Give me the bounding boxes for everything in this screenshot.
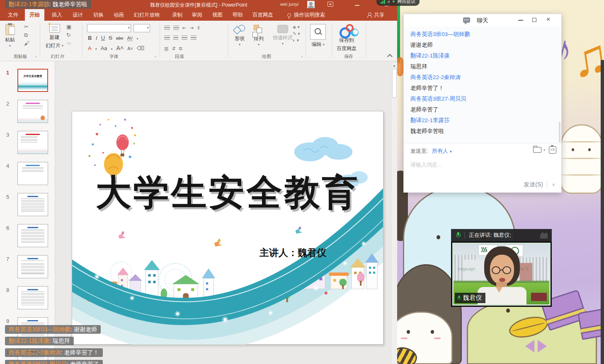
slide-thumbnail[interactable]: 7 <box>17 255 48 278</box>
slide-thumbnail[interactable]: 6 <box>17 224 48 247</box>
floating-chat-message: 商务英语22-2秦帅涛: 老师辛苦了！ <box>5 348 103 357</box>
ribbon-tab[interactable]: 切换 <box>89 9 108 21</box>
justify-icon[interactable] <box>191 36 196 40</box>
ribbon-tab[interactable]: 百度网盘 <box>248 9 278 21</box>
thumbnail-preview <box>17 100 48 123</box>
align-left-icon[interactable] <box>164 36 170 40</box>
character-spacing-button[interactable]: AV <box>127 36 133 41</box>
chat-header[interactable]: 聊天 × <box>404 14 561 27</box>
ribbon-tab[interactable]: 幻灯片放映 <box>129 9 165 21</box>
account-name[interactable]: wei junyi <box>280 2 298 7</box>
ribbon-tab[interactable]: 帮助 <box>228 9 247 21</box>
format-painter-icon[interactable]: 🖌 <box>24 41 29 46</box>
send-options-icon[interactable]: ˅ <box>552 183 555 187</box>
layout-icon[interactable]: ▣ <box>66 24 72 30</box>
align-right-icon[interactable] <box>182 36 187 40</box>
avatar[interactable] <box>307 1 315 8</box>
shrink-font-button[interactable]: A˅ <box>127 46 133 51</box>
meeting-status-pill[interactable]: × 腾讯会议 <box>376 0 420 6</box>
slide-thumbnail[interactable]: 3 <box>17 131 48 154</box>
music-note-decoration: ♫ <box>568 27 604 88</box>
ribbon-tab[interactable]: 录制 <box>167 9 187 21</box>
ribbon-tab[interactable]: 插入 <box>47 9 67 21</box>
ribbon-tab[interactable]: 设计 <box>68 9 87 21</box>
ribbon-display-options-icon[interactable] <box>327 2 333 7</box>
section-icon[interactable]: ≔ <box>66 41 72 46</box>
slide-presenter[interactable]: 主讲人：魏君仪 <box>260 246 326 259</box>
quick-styles-button[interactable]: 快速样式 ▾ <box>273 25 293 45</box>
close-icon[interactable]: × <box>388 0 390 4</box>
send-to-dropdown[interactable]: 所有人 <box>432 147 452 155</box>
line-spacing-icon[interactable]: ⇕ <box>196 25 200 31</box>
chevron-down-icon[interactable]: ▾ <box>543 148 545 152</box>
increase-indent-icon[interactable]: ⇥ <box>189 25 193 31</box>
announcement-icon[interactable]: 公告 <box>549 146 556 154</box>
minimize-button[interactable] <box>355 5 359 6</box>
send-button[interactable]: 发送(S) <box>524 181 543 188</box>
cut-icon[interactable]: ✂ <box>24 24 29 30</box>
new-slide-button[interactable]: 新建 幻灯片▾ <box>46 24 63 49</box>
change-case-button[interactable]: Aa <box>101 45 107 51</box>
chevron-down-icon: ▾ <box>282 43 284 45</box>
edit-button[interactable]: 编辑▾ <box>310 24 326 48</box>
clear-strike-button[interactable]: abc <box>116 36 124 41</box>
ribbon-tab[interactable]: 动画 <box>109 9 129 21</box>
italic-button[interactable]: I <box>95 35 97 41</box>
shapes-button[interactable]: 形状 ▾ <box>234 25 245 46</box>
slide-title[interactable]: 大学生安全教育 <box>72 169 383 217</box>
decrease-indent-icon[interactable]: ⇤ <box>182 25 186 31</box>
scrollbar-thumb[interactable] <box>392 69 397 98</box>
current-slide[interactable]: 大学生安全教育 主讲人：魏君仪 <box>72 111 383 345</box>
copy-icon[interactable]: ⧉ <box>24 32 29 38</box>
ribbon-tab[interactable]: 文件 <box>3 9 23 21</box>
chat-scrollbar-thumb[interactable] <box>559 122 560 142</box>
bullets-icon[interactable] <box>164 26 170 30</box>
dialog-launcher-icon[interactable]: ⌟ <box>301 53 303 58</box>
font-color-button[interactable]: A <box>88 45 92 51</box>
ribbon-tab[interactable]: 审阅 <box>187 9 207 21</box>
font-name-combo[interactable] <box>87 24 131 32</box>
text-direction-icon[interactable]: ⇵ <box>172 46 175 51</box>
scroll-up-icon[interactable]: ▲ <box>393 64 396 67</box>
folder-icon[interactable] <box>533 147 541 153</box>
grow-font-button[interactable]: A˄ <box>116 45 124 51</box>
columns-icon[interactable]: ▥ <box>164 46 168 51</box>
shape-effects-icon[interactable]: ◐ ▾ <box>293 38 300 43</box>
collapse-ribbon-icon[interactable] <box>387 54 393 59</box>
numbering-icon[interactable] <box>173 26 179 30</box>
vertical-scrollbar[interactable]: ▲ <box>391 62 397 364</box>
mouth <box>499 278 505 282</box>
reset-icon[interactable]: ↻ <box>66 32 72 38</box>
save-to-baidu-button[interactable]: 保存到 百度网盘 <box>337 24 357 52</box>
chat-message-list[interactable]: 商务英语3班03—胡帅鹏谢谢老师翻译22-1陈泽康瑞思拜商务英语22-2秦帅涛老… <box>404 27 561 143</box>
speaker-video-overlay[interactable]: 正在讲话: 魏君仪; nguages The S <box>451 229 552 307</box>
clear-formatting-icon[interactable]: ⌫ <box>137 46 144 51</box>
ribbon-tab[interactable]: 开始 <box>25 9 44 21</box>
smartart-icon[interactable]: ⧉ <box>179 46 182 51</box>
align-center-icon[interactable] <box>173 36 178 40</box>
underline-button[interactable]: U <box>101 35 105 41</box>
shape-fill-icon[interactable]: ◈ ▾ <box>293 25 300 29</box>
shape-outline-icon[interactable]: ✎ ▾ <box>293 31 300 36</box>
slide-thumbnail[interactable]: 2 <box>17 100 48 123</box>
close-button[interactable]: × <box>546 16 550 23</box>
dialog-launcher-icon[interactable]: ⌟ <box>35 53 36 58</box>
paste-button[interactable]: 粘贴 ▾ <box>5 24 15 47</box>
share-button[interactable]: 共享 <box>367 9 384 21</box>
maximize-button[interactable] <box>532 18 536 22</box>
ribbon-tab[interactable]: 视图 <box>208 9 227 21</box>
font-size-combo[interactable] <box>133 24 150 32</box>
save-group-label: 保存 <box>334 53 363 60</box>
paragraph-row3: ▥ ⇵ ⧉ <box>164 46 182 51</box>
slide-thumbnail[interactable]: 1 大学生安全教育 <box>17 69 48 92</box>
bold-button[interactable]: B <box>88 35 92 41</box>
minimize-button[interactable] <box>518 20 523 21</box>
arrange-button[interactable]: 排列 ▾ <box>254 25 264 46</box>
tell-me-search[interactable]: 操作说明搜索 <box>287 9 325 21</box>
slide-thumbnail[interactable]: 4 <box>17 162 48 185</box>
slide-thumbnail[interactable]: 8 <box>17 286 48 309</box>
chat-input-area[interactable]: 请输入消息... 发送(S) ˅ <box>404 157 561 193</box>
dialog-launcher-icon[interactable]: ⌟ <box>154 53 156 58</box>
strikethrough-button[interactable]: S <box>109 35 112 41</box>
slide-thumbnail[interactable]: 5 <box>17 193 48 216</box>
